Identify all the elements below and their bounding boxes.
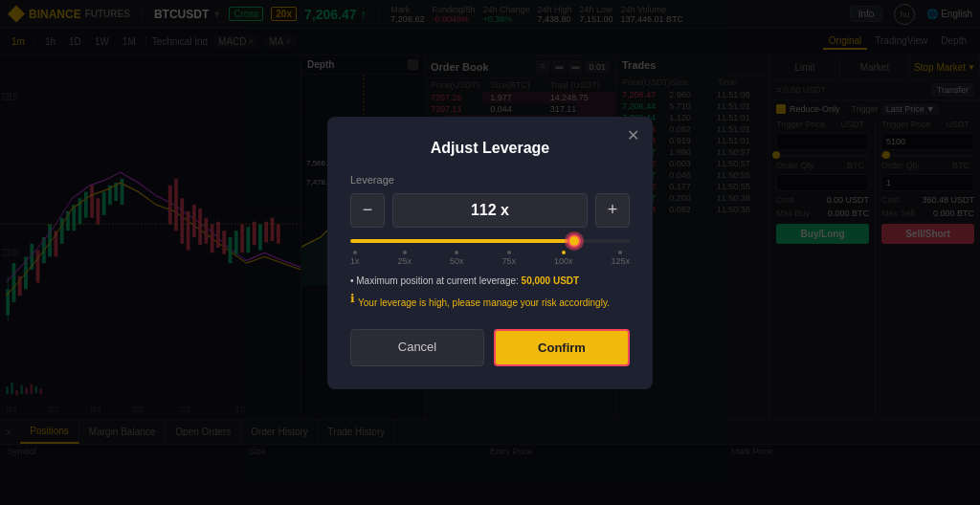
modal-actions: Cancel Confirm (350, 329, 630, 366)
mark-125x: 125x (611, 251, 630, 266)
leverage-marks: 1x 25x 50x 75x 100x (350, 251, 630, 266)
warning-icon: ℹ (350, 292, 355, 305)
confirm-button[interactable]: Confirm (494, 329, 630, 366)
warning-text: Your leverage is high, please manage you… (358, 297, 610, 308)
decrease-leverage-button[interactable]: − (350, 193, 385, 228)
adjust-leverage-modal: ✕ Adjust Leverage Leverage − 112 x + 1x … (327, 117, 653, 389)
leverage-value-input[interactable]: 112 x (392, 193, 588, 228)
increase-leverage-button[interactable]: + (595, 193, 630, 228)
leverage-slider-section: 1x 25x 50x 75x 100x (350, 239, 630, 266)
max-position-text: • Maximum position at current leverage: … (350, 275, 630, 286)
leverage-input-row: − 112 x + (350, 193, 630, 228)
mark-25x: 25x (397, 251, 412, 266)
mark-75x: 75x (501, 251, 516, 266)
modal-overlay[interactable]: ✕ Adjust Leverage Leverage − 112 x + 1x … (0, 0, 980, 505)
modal-close-button[interactable]: ✕ (627, 126, 639, 144)
cancel-button[interactable]: Cancel (350, 329, 484, 366)
mark-50x: 50x (450, 251, 464, 266)
leverage-slider-fill (350, 239, 574, 243)
leverage-label: Leverage (350, 174, 630, 186)
warning-row: ℹ Your leverage is high, please manage y… (350, 292, 630, 314)
modal-title: Adjust Leverage (350, 140, 630, 157)
mark-1x: 1x (350, 251, 360, 266)
leverage-slider-track[interactable] (350, 239, 630, 243)
mark-100x: 100x (554, 251, 573, 266)
leverage-slider-thumb[interactable] (568, 234, 581, 248)
